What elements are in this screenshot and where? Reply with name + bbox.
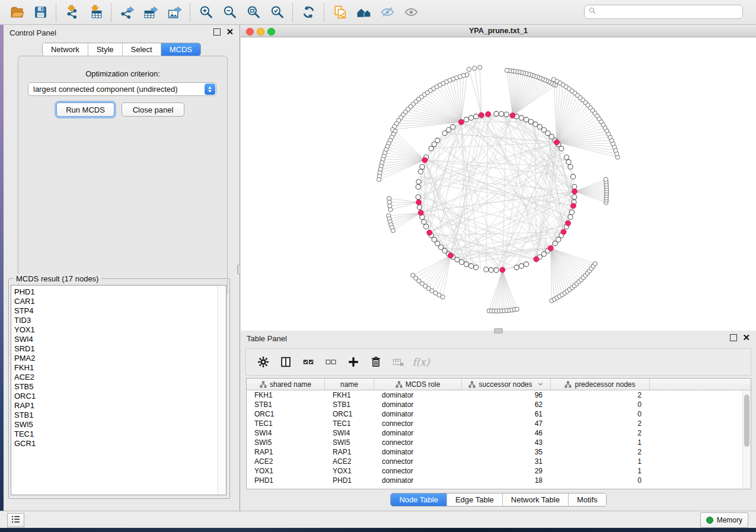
tab-network[interactable]: Network <box>43 43 88 56</box>
cell-MCDS-role[interactable]: dominator <box>374 448 462 456</box>
cell-predecessor-nodes[interactable]: 0 <box>551 476 650 485</box>
cell-MCDS-role[interactable]: connector <box>374 419 462 428</box>
cell-MCDS-role[interactable]: connector <box>374 467 462 475</box>
cell-successor-nodes[interactable]: 35 <box>462 448 551 456</box>
tab-node-table[interactable]: Node Table <box>391 493 447 506</box>
cell-name[interactable]: SWI5 <box>325 438 374 447</box>
mcds-result-item[interactable]: SRD1 <box>11 344 226 354</box>
refresh-layout-icon[interactable] <box>296 3 320 22</box>
network-window-titlebar[interactable]: YPA_prune.txt_1 <box>241 25 756 37</box>
cell-name[interactable]: SWI4 <box>325 429 374 437</box>
cell-shared-name[interactable]: SWI5 <box>247 438 325 447</box>
zoom-in-icon[interactable] <box>194 3 218 22</box>
zoom-out-icon[interactable] <box>218 3 241 22</box>
copy-style-icon[interactable] <box>328 3 352 22</box>
first-neighbors-icon[interactable] <box>352 3 375 22</box>
mcds-result-item[interactable]: CAR1 <box>11 297 226 306</box>
mcds-result-item[interactable]: PHD1 <box>11 287 226 297</box>
hide-selected-icon[interactable] <box>375 3 399 22</box>
cell-predecessor-nodes[interactable]: 2 <box>551 448 650 456</box>
export-table-icon[interactable] <box>139 3 162 22</box>
close-panel-icon[interactable]: ✕ <box>226 29 234 35</box>
cell-MCDS-role[interactable]: connector <box>374 438 462 447</box>
table-row[interactable]: STB1STB1dominator620 <box>247 400 751 409</box>
close-table-panel-icon[interactable]: ✕ <box>742 335 750 341</box>
close-panel-button[interactable]: Close panel <box>122 102 184 117</box>
select-all-icon[interactable] <box>297 353 320 371</box>
zoom-selected-icon[interactable] <box>265 3 289 22</box>
import-table-icon[interactable] <box>84 3 107 22</box>
table-scrollbar[interactable] <box>742 391 751 489</box>
cell-MCDS-role[interactable]: dominator <box>374 400 462 409</box>
cell-shared-name[interactable]: FKH1 <box>247 391 325 399</box>
mcds-result-item[interactable]: YOX1 <box>11 325 226 335</box>
table-row[interactable]: ORC1ORC1dominator610 <box>247 409 751 419</box>
cell-predecessor-nodes[interactable]: 2 <box>551 429 650 437</box>
cell-successor-nodes[interactable]: 62 <box>462 400 551 409</box>
table-row[interactable]: YOX1YOX1connector291 <box>247 466 751 476</box>
cell-shared-name[interactable]: YOX1 <box>247 467 325 475</box>
cell-predecessor-nodes[interactable]: 0 <box>551 400 650 409</box>
zoom-fit-icon[interactable] <box>241 3 265 22</box>
cell-MCDS-role[interactable]: dominator <box>374 476 462 485</box>
export-image-icon[interactable] <box>162 3 186 22</box>
save-session-icon[interactable] <box>28 3 52 22</box>
float-table-panel-icon[interactable] <box>730 334 737 341</box>
export-network-icon[interactable] <box>115 3 139 22</box>
cell-shared-name[interactable]: SWI4 <box>247 429 325 437</box>
network-graph[interactable] <box>241 37 756 331</box>
mcds-result-item[interactable]: STB5 <box>11 382 226 392</box>
cell-shared-name[interactable]: PHD1 <box>247 476 325 485</box>
cell-name[interactable]: STB1 <box>325 400 374 409</box>
task-history-button[interactable] <box>7 513 24 527</box>
mcds-result-list[interactable]: PHD1CAR1STP4TID3YOX1SWI4SRD1PMA2FKH1ACE2… <box>11 285 227 495</box>
search-input[interactable] <box>584 5 743 19</box>
mcds-result-item[interactable]: SWI4 <box>11 335 226 344</box>
cell-predecessor-nodes[interactable]: 1 <box>551 457 650 466</box>
cell-name[interactable]: FKH1 <box>325 391 374 399</box>
cell-name[interactable]: PHD1 <box>325 476 374 485</box>
criterion-dropdown[interactable]: largest connected component (undirected) <box>28 82 216 96</box>
cell-MCDS-role[interactable]: dominator <box>374 391 462 399</box>
mcds-result-item[interactable]: ACE2 <box>11 373 226 382</box>
table-row[interactable]: SWI5SWI5connector431 <box>247 438 751 447</box>
mcds-result-item[interactable]: PMA2 <box>11 354 226 363</box>
cell-shared-name[interactable]: TEC1 <box>247 419 325 428</box>
delete-column-icon[interactable] <box>365 353 387 371</box>
cell-shared-name[interactable]: ACE2 <box>247 457 325 466</box>
cell-MCDS-role[interactable]: dominator <box>374 410 462 418</box>
cell-predecessor-nodes[interactable]: 2 <box>551 391 650 399</box>
tab-select[interactable]: Select <box>123 43 161 56</box>
mcds-result-item[interactable]: TID3 <box>11 316 226 325</box>
cell-successor-nodes[interactable]: 47 <box>462 419 551 428</box>
table-scrollbar-thumb[interactable] <box>744 395 749 447</box>
tab-edge-table[interactable]: Edge Table <box>447 493 503 506</box>
tab-style[interactable]: Style <box>88 43 123 56</box>
table-row[interactable]: FKH1FKH1dominator962 <box>247 390 751 400</box>
mcds-result-item[interactable]: STP4 <box>11 306 226 316</box>
cell-successor-nodes[interactable]: 46 <box>462 429 551 437</box>
cell-shared-name[interactable]: STB1 <box>247 400 325 409</box>
mcds-result-item[interactable]: RAP1 <box>11 401 226 411</box>
mcds-result-item[interactable]: SWI5 <box>11 420 226 430</box>
mcds-result-item[interactable]: ORC1 <box>11 392 226 401</box>
cell-MCDS-role[interactable]: dominator <box>374 429 462 437</box>
mcds-list-scrollbar[interactable] <box>218 286 226 495</box>
cell-predecessor-nodes[interactable]: 1 <box>551 438 650 447</box>
cell-successor-nodes[interactable]: 61 <box>462 410 551 418</box>
open-file-icon[interactable] <box>5 3 28 22</box>
cell-predecessor-nodes[interactable]: 2 <box>551 419 650 428</box>
settings-gear-icon[interactable] <box>252 353 275 371</box>
tab-motifs[interactable]: Motifs <box>569 493 606 506</box>
cell-predecessor-nodes[interactable]: 0 <box>551 410 650 418</box>
mcds-result-item[interactable]: STB1 <box>11 411 226 420</box>
column-header-successor-nodes[interactable]: successor nodes <box>462 379 551 390</box>
tab-mcds[interactable]: MCDS <box>161 43 200 56</box>
cell-shared-name[interactable]: RAP1 <box>247 448 325 456</box>
cell-name[interactable]: TEC1 <box>325 419 374 428</box>
deselect-all-icon[interactable] <box>320 353 342 371</box>
cell-successor-nodes[interactable]: 31 <box>462 457 551 466</box>
cell-predecessor-nodes[interactable]: 1 <box>551 467 650 475</box>
import-network-icon[interactable] <box>60 3 84 22</box>
columns-icon[interactable] <box>275 353 297 371</box>
